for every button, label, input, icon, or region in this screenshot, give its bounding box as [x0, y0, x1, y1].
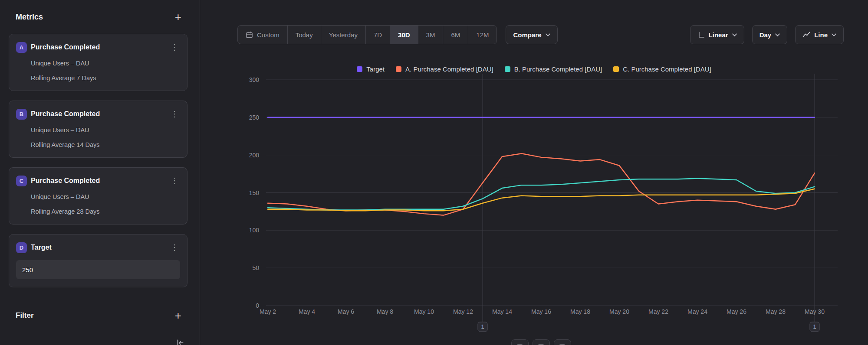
- calendar-icon: [246, 31, 253, 39]
- range-label: Today: [296, 31, 313, 39]
- range-custom[interactable]: Custom: [238, 26, 288, 44]
- range-30d[interactable]: 30D: [390, 26, 418, 44]
- legend-item-c[interactable]: C. Purchase Completed [DAU]: [613, 65, 711, 73]
- metric-badge-c: C: [16, 176, 27, 186]
- kebab-menu-icon[interactable]: ⋮: [169, 109, 180, 119]
- line-chart-icon: [802, 31, 810, 38]
- legend-label: A. Purchase Completed [DAU]: [405, 65, 493, 73]
- metric-card-header: B Purchase Completed ⋮: [16, 108, 180, 120]
- metrics-header: Metrics +: [9, 11, 187, 23]
- range-label: 7D: [374, 31, 382, 39]
- x-tick-label: May 20: [609, 308, 629, 315]
- add-metric-button[interactable]: +: [173, 11, 183, 23]
- kebab-glyph: ⋮: [171, 110, 178, 118]
- metric-title: Purchase Completed: [31, 43, 100, 51]
- target-value-input[interactable]: [16, 260, 180, 279]
- y-tick-label: 150: [249, 189, 260, 196]
- legend-swatch: [613, 66, 619, 72]
- legend-item-b[interactable]: B. Purchase Completed [DAU]: [505, 65, 602, 73]
- y-tick-label: 0: [256, 302, 259, 309]
- metrics-line-chart[interactable]: 05010015020025030011May 2May 4May 6May 8…: [200, 74, 868, 345]
- analytics-app: Metrics + A Purchase Completed ⋮ Unique …: [0, 0, 868, 345]
- bottom-tool-button-1[interactable]: [511, 339, 529, 345]
- range-label: 12M: [476, 31, 489, 39]
- chart-toolbar: Custom Today Yesterday 7D 30D 3M 6M 12M …: [237, 25, 844, 44]
- x-tick-label: May 22: [648, 308, 668, 315]
- collapse-sidebar-button[interactable]: [175, 338, 185, 345]
- metric-measure: Unique Users – DAU: [31, 126, 180, 135]
- legend-item-target[interactable]: Target: [357, 65, 385, 73]
- add-filter-button[interactable]: +: [173, 310, 183, 321]
- range-label: 6M: [451, 31, 460, 39]
- x-tick-label: May 10: [414, 308, 434, 315]
- range-label: 30D: [398, 31, 410, 39]
- kebab-glyph: ⋮: [171, 43, 178, 52]
- bottom-tool-button-2[interactable]: [533, 339, 550, 345]
- plus-icon: +: [175, 309, 181, 322]
- x-tick-label: May 12: [453, 308, 473, 315]
- legend-swatch: [396, 66, 401, 72]
- legend-label: B. Purchase Completed [DAU]: [514, 65, 602, 73]
- range-label: Yesterday: [329, 31, 358, 39]
- metrics-heading: Metrics: [16, 13, 43, 22]
- kebab-menu-icon[interactable]: ⋮: [169, 42, 180, 52]
- kebab-menu-icon[interactable]: ⋮: [169, 243, 180, 252]
- annotation-label: 1: [813, 323, 816, 330]
- interval-label: Day: [760, 31, 772, 39]
- x-tick-label: May 28: [766, 308, 786, 315]
- y-tick-label: 250: [249, 114, 260, 121]
- x-tick-label: May 8: [377, 308, 393, 315]
- target-card-header: D Target ⋮: [16, 241, 180, 254]
- metric-rolling-window: Rolling Average 28 Days: [31, 207, 180, 216]
- target-card[interactable]: D Target ⋮: [9, 234, 187, 287]
- x-tick-label: May 16: [531, 308, 551, 315]
- annotation-label: 1: [481, 323, 484, 330]
- chevron-down-icon: [546, 33, 550, 36]
- range-12m[interactable]: 12M: [468, 26, 496, 44]
- target-title: Target: [31, 244, 52, 251]
- range-today[interactable]: Today: [288, 26, 321, 44]
- metric-card-b[interactable]: B Purchase Completed ⋮ Unique Users – DA…: [9, 101, 187, 158]
- x-tick-label: May 6: [338, 308, 354, 315]
- chevron-down-icon: [732, 33, 737, 36]
- bottom-tool-button-3[interactable]: [554, 339, 571, 345]
- metric-title: Purchase Completed: [31, 177, 100, 185]
- x-tick-label: May 18: [570, 308, 590, 315]
- legend-swatch: [357, 66, 362, 72]
- metric-badge-a: A: [16, 42, 27, 53]
- series-line: [268, 179, 815, 210]
- series-line: [268, 189, 815, 211]
- compare-button[interactable]: Compare: [506, 25, 557, 44]
- scale-label: Linear: [709, 31, 728, 39]
- range-6m[interactable]: 6M: [443, 26, 468, 44]
- range-label: Custom: [257, 31, 279, 39]
- x-tick-label: May 4: [299, 308, 315, 315]
- range-3m[interactable]: 3M: [418, 26, 444, 44]
- metric-card-header: C Purchase Completed ⋮: [16, 175, 180, 187]
- chart-panel: Custom Today Yesterday 7D 30D 3M 6M 12M …: [200, 0, 868, 345]
- metric-measure: Unique Users – DAU: [31, 192, 180, 202]
- range-yesterday[interactable]: Yesterday: [321, 26, 366, 44]
- scale-button[interactable]: Linear: [690, 25, 744, 44]
- date-range-control: Custom Today Yesterday 7D 30D 3M 6M 12M: [237, 25, 497, 44]
- legend-item-a[interactable]: A. Purchase Completed [DAU]: [396, 65, 493, 73]
- chart-display-controls: Linear Day Line: [682, 25, 844, 44]
- range-7d[interactable]: 7D: [366, 26, 390, 44]
- y-tick-label: 50: [252, 264, 259, 271]
- x-tick-label: May 2: [260, 308, 276, 315]
- metric-card-header: A Purchase Completed ⋮: [16, 41, 180, 53]
- metric-title: Purchase Completed: [31, 110, 100, 118]
- x-tick-label: May 14: [492, 308, 512, 315]
- metrics-sidebar: Metrics + A Purchase Completed ⋮ Unique …: [0, 0, 200, 345]
- range-label: 3M: [426, 31, 435, 39]
- metric-rolling-window: Rolling Average 7 Days: [31, 74, 180, 83]
- metric-badge-d: D: [16, 242, 27, 253]
- legend-label: Target: [366, 65, 385, 73]
- chart-type-button[interactable]: Line: [795, 25, 844, 44]
- metric-card-a[interactable]: A Purchase Completed ⋮ Unique Users – DA…: [9, 34, 187, 91]
- metric-card-c[interactable]: C Purchase Completed ⋮ Unique Users – DA…: [9, 167, 187, 225]
- interval-button[interactable]: Day: [752, 25, 788, 44]
- metric-badge-b: B: [16, 109, 27, 120]
- filter-header: Filter +: [9, 310, 187, 321]
- kebab-menu-icon[interactable]: ⋮: [169, 176, 180, 186]
